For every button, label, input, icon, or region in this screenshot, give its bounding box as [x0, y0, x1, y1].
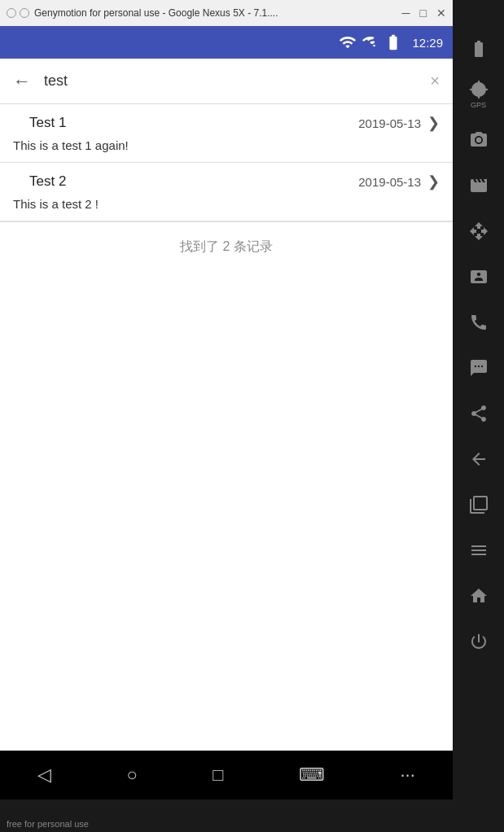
- content-area: Test 1 2019-05-13 ❯ This is a test 1 aga…: [0, 104, 453, 751]
- wifi-icon: [339, 33, 357, 51]
- sms-icon[interactable]: [453, 345, 504, 391]
- search-input-value[interactable]: test: [44, 72, 423, 90]
- title-bar-text: Genymotion for personal use - Google Nex…: [34, 7, 278, 19]
- title-bar-circles: [7, 8, 29, 18]
- gps-label: GPS: [471, 101, 486, 109]
- home-icon[interactable]: [453, 573, 504, 619]
- arrow-icon-2: ❯: [427, 173, 440, 190]
- minimize-button[interactable]: ─: [402, 7, 410, 19]
- title-bar: Genymotion for personal use - Google Nex…: [0, 0, 453, 26]
- nav-back-button[interactable]: ◁: [37, 764, 51, 786]
- id-icon[interactable]: [453, 254, 504, 300]
- result-meta-1: 2019-05-13 ❯: [358, 114, 440, 132]
- result-title-1[interactable]: Test 1: [13, 115, 66, 131]
- clear-button[interactable]: ×: [430, 72, 440, 90]
- signal-icon: [362, 33, 379, 51]
- list-item: Test 2 2019-05-13 ❯ This is a test 2 !: [0, 163, 453, 221]
- svg-point-0: [476, 138, 480, 142]
- nav-more-button[interactable]: ···: [400, 764, 414, 786]
- result-date-1: 2019-05-13: [358, 116, 421, 130]
- circle-icon-2: [20, 8, 29, 18]
- share-icon[interactable]: [453, 391, 504, 436]
- nav-home-button[interactable]: ○: [127, 764, 138, 786]
- camera-icon[interactable]: [453, 117, 504, 163]
- back-button[interactable]: ←: [13, 71, 31, 92]
- recent-apps-icon[interactable]: [453, 482, 504, 528]
- result-meta-2: 2019-05-13 ❯: [358, 173, 440, 190]
- phone-screen: 12:29 ← test × Test 1 2019-05-13 ❯ This …: [0, 26, 453, 799]
- menu-icon[interactable]: [453, 528, 504, 573]
- result-date-2: 2019-05-13: [358, 175, 421, 189]
- right-sidebar: GPS: [453, 0, 504, 832]
- status-bar-icons: 12:29: [339, 33, 443, 51]
- close-button[interactable]: ✕: [436, 7, 446, 19]
- gps-icon[interactable]: GPS: [453, 72, 504, 117]
- watermark: free for personal use: [7, 819, 89, 829]
- nav-keyboard-button[interactable]: ⌨: [299, 764, 325, 786]
- result-title-2[interactable]: Test 2: [13, 173, 66, 190]
- battery-icon[interactable]: [453, 26, 504, 72]
- list-item: Test 1 2019-05-13 ❯ This is a test 1 aga…: [0, 104, 453, 163]
- taskbar: free for personal use: [0, 799, 453, 832]
- found-records: 找到了 2 条记录: [0, 221, 453, 272]
- title-bar-controls: ─ □ ✕: [402, 7, 446, 19]
- circle-icon-1: [7, 8, 16, 18]
- result-header-1: Test 1 2019-05-13 ❯: [13, 114, 440, 132]
- arrow-icon-1: ❯: [427, 114, 440, 132]
- phone-nav-bar: ◁ ○ □ ⌨ ···: [0, 751, 453, 799]
- title-bar-left: Genymotion for personal use - Google Nex…: [7, 7, 278, 19]
- status-time: 12:29: [412, 36, 443, 50]
- result-body-1: This is a test 1 again!: [13, 137, 440, 155]
- restore-button[interactable]: □: [420, 7, 427, 19]
- result-body-2: This is a test 2 !: [13, 195, 440, 214]
- battery-status-icon: [384, 33, 402, 51]
- result-header-2: Test 2 2019-05-13 ❯: [13, 173, 440, 190]
- nfc-icon[interactable]: [453, 300, 504, 345]
- move-icon[interactable]: [453, 208, 504, 254]
- back-nav-icon[interactable]: [453, 436, 504, 482]
- nav-recent-button[interactable]: □: [213, 764, 223, 786]
- search-bar: ← test ×: [0, 59, 453, 104]
- power-icon[interactable]: [453, 619, 504, 664]
- status-bar: 12:29: [0, 26, 453, 59]
- video-icon[interactable]: [453, 163, 504, 208]
